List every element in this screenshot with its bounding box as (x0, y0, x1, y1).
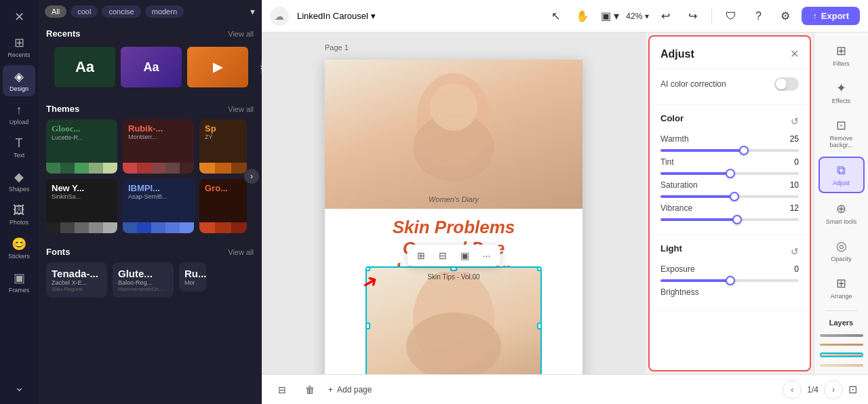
handle-tm[interactable] (450, 266, 457, 271)
select-tool-btn[interactable]: ↖ (545, 5, 566, 27)
recent-item-2[interactable]: Aa (121, 47, 182, 87)
light-reset-btn[interactable]: ↺ (791, 246, 799, 257)
theme-item-5[interactable]: IBMPl... Asap-SemiB... (123, 179, 194, 233)
theme-item-3[interactable]: Sp ZY (199, 119, 247, 174)
layer-thumb-3[interactable] (820, 352, 863, 357)
tag-modern[interactable]: modern (145, 5, 184, 18)
canva-logo-icon: ✕ (14, 9, 24, 24)
theme-item-1[interactable]: Glooc... Lucette-R... (46, 119, 117, 174)
next-page-btn[interactable]: › (824, 380, 843, 399)
saturation-slider[interactable] (660, 195, 799, 198)
text-icon: T (16, 136, 23, 150)
handle-mr[interactable] (537, 323, 542, 329)
warmth-fill (660, 149, 743, 152)
handle-ml[interactable] (366, 323, 370, 329)
tint-thumb[interactable] (726, 169, 735, 178)
fit-btn[interactable]: ⊡ (848, 383, 857, 396)
vibrance-thumb[interactable] (732, 215, 742, 224)
sidebar-item-more[interactable]: ⌄ (3, 376, 35, 399)
exposure-value: 0 (774, 264, 799, 274)
rs-item-adjust[interactable]: ⧉ Adjust (818, 157, 865, 193)
exposure-slider[interactable] (660, 279, 799, 282)
light-section: Light ↺ Exposure 0 (650, 235, 810, 311)
font-2-sub2: HammersmithOn... (118, 286, 168, 292)
hand-tool-btn[interactable]: ✋ (572, 5, 593, 27)
recent-item-1[interactable]: Aa (54, 47, 115, 87)
export-button[interactable]: ↑ Export (802, 7, 860, 25)
exposure-thumb[interactable] (726, 276, 735, 285)
theme-item-6[interactable]: Gro... (199, 179, 247, 233)
tag-dropdown[interactable]: ▾ (250, 6, 255, 17)
selected-image-box[interactable]: ↻ Skin Tips - Vol.00 (366, 266, 542, 374)
add-page-btn[interactable]: + Add page (328, 385, 372, 395)
zoom-group[interactable]: 42% ▾ (626, 12, 649, 21)
cloud-icon[interactable]: ☁ (270, 7, 289, 26)
tint-slider[interactable] (660, 172, 799, 175)
handle-tr[interactable] (537, 266, 542, 271)
fonts-section-header: Fonts View all (38, 241, 262, 260)
font-item-3[interactable]: Ru... Mor (179, 262, 206, 291)
tag-all[interactable]: All (45, 5, 66, 18)
filters-label: Filters (833, 60, 850, 67)
sidebar-item-frames[interactable]: ▣ Frames (3, 266, 35, 298)
adjust-close-btn[interactable]: ✕ (790, 47, 799, 60)
sidebar-item-text[interactable]: T Text (3, 132, 35, 163)
sidebar-item-upload[interactable]: ↑ Upload (3, 99, 35, 129)
float-more-btn[interactable]: ··· (479, 247, 495, 264)
layer-thumb-2[interactable] (820, 344, 863, 346)
sidebar-item-shapes[interactable]: ◆ Shapes (3, 165, 35, 197)
rs-item-remove-bg[interactable]: ⊡ Remove backgr... (818, 113, 865, 154)
frame-tool-btn[interactable]: ▣ ▾ (599, 5, 620, 27)
theme-6-colors (199, 222, 247, 233)
sidebar-item-design[interactable]: ◈ Design (3, 65, 35, 96)
rs-item-filters[interactable]: ⊞ Filters (818, 38, 865, 73)
page-settings-btn[interactable]: ⊟ (273, 382, 292, 398)
color-reset-btn[interactable]: ↺ (791, 116, 799, 127)
recent-aa-bg: Aa (54, 47, 115, 87)
handle-tl[interactable] (366, 266, 370, 271)
tag-cool[interactable]: cool (71, 5, 98, 18)
upload-icon: ↑ (16, 103, 22, 117)
warmth-slider[interactable] (660, 149, 799, 152)
themes-next-btn[interactable]: › (244, 169, 259, 184)
font-item-2[interactable]: Glute... Baloo-Reg... HammersmithOn... (113, 262, 174, 298)
rs-item-arrange[interactable]: ⊞ Arrange (818, 270, 865, 305)
float-frame-btn[interactable]: ▣ (456, 247, 473, 264)
sidebar-item-photos[interactable]: 🖼 Photos (3, 199, 35, 230)
skin-tips-label: Skin Tips - Vol.00 (427, 273, 479, 281)
undo-btn[interactable]: ↩ (654, 5, 676, 27)
sidebar-item-stickers[interactable]: 😊 Stickers (3, 233, 35, 264)
ai-color-toggle[interactable] (774, 77, 799, 91)
float-grid-btn[interactable]: ⊟ (435, 247, 451, 264)
tag-concise[interactable]: concise (102, 5, 140, 18)
theme-item-4[interactable]: New Y... SinkinSa... (46, 179, 117, 233)
theme-1-sub: Lucette-R... (52, 134, 112, 141)
float-copy-btn[interactable]: ⊞ (413, 247, 429, 264)
document-name[interactable]: LinkedIn Carousel ▾ (297, 11, 376, 21)
sidebar-logo[interactable]: ✕ (3, 5, 35, 28)
settings-icon[interactable]: ⚙ (774, 5, 796, 27)
theme-item-2[interactable]: Rubik-... Montserr... (123, 119, 194, 174)
help-icon[interactable]: ? (747, 5, 769, 27)
redo-btn[interactable]: ↪ (682, 5, 703, 27)
fonts-title: Fonts (46, 247, 70, 257)
saturation-thumb[interactable] (730, 192, 739, 201)
themes-view-all[interactable]: View all (228, 105, 254, 113)
vibrance-slider[interactable] (660, 218, 799, 221)
fonts-view-all[interactable]: View all (228, 248, 254, 256)
prev-page-btn[interactable]: ‹ (783, 380, 802, 399)
delete-page-btn[interactable]: 🗑 (300, 382, 320, 398)
rs-item-opacity[interactable]: ◎ Opacity (818, 233, 865, 268)
layer-thumb-1[interactable] (820, 334, 863, 337)
shield-icon[interactable]: 🛡 (720, 5, 742, 27)
layer-thumb-4[interactable] (820, 364, 863, 367)
sidebar-item-templates[interactable]: ⊞ Recents (3, 31, 35, 62)
theme-4-name: New Y... (52, 183, 112, 193)
rs-item-effects[interactable]: ✦ Effects (818, 75, 865, 110)
canvas-page[interactable]: Women's Diary Skin ProblemsCaused DueLac… (325, 60, 583, 374)
rs-item-smart-tools[interactable]: ⊕ Smart tools (818, 196, 865, 230)
recent-item-3[interactable]: ▶ (187, 47, 248, 87)
font-item-1[interactable]: Tenada-... Zacbel X-E... Stilu-Regular (46, 262, 107, 298)
warmth-thumb[interactable] (739, 146, 749, 155)
recents-view-all[interactable]: View all (228, 30, 254, 38)
